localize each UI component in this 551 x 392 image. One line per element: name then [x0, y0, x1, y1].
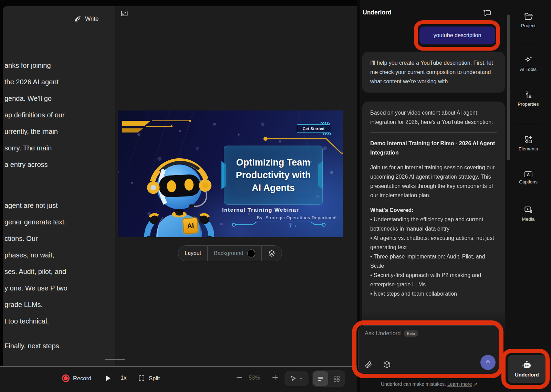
attach-file-button[interactable]: [365, 361, 373, 369]
shapes-icon: [508, 135, 549, 144]
circuit-line: [232, 222, 325, 227]
split-label: Split: [149, 375, 160, 382]
grid-view-icon: [333, 375, 340, 382]
play-button[interactable]: [105, 375, 111, 382]
background-color-swatch[interactable]: [247, 250, 255, 257]
sparkle-icon: [508, 55, 549, 65]
slide-title-line: Optimizing Team: [236, 156, 311, 169]
slide-subtitle: Internal Training Webinar: [222, 207, 299, 213]
transcript-line[interactable]: the 2026 AI agent: [3, 74, 115, 90]
assistant-message: Based on your video content about AI age…: [362, 102, 505, 347]
transcript-line[interactable]: t too technical.: [3, 313, 115, 329]
zoom-level: 53%: [249, 374, 260, 381]
background-label: Background: [214, 250, 243, 256]
sidebar-item-elements[interactable]: Elements: [508, 135, 549, 151]
pointer-icon: [290, 375, 297, 382]
zoom-out-button[interactable]: [236, 374, 242, 381]
description-title: Demo Internal Training for Rimo - 2026 A…: [370, 139, 497, 157]
transcript-line[interactable]: ses. Audit, pilot, and: [3, 263, 115, 280]
new-chat-icon: [483, 9, 492, 18]
disclaimer: Underlord can make mistakes. Learn more …: [360, 381, 498, 387]
plus-icon: [272, 374, 278, 381]
transcript-line[interactable]: sorry. The main: [3, 140, 115, 156]
transcript-line[interactable]: ctions. Our: [3, 230, 115, 247]
covered-bullet: • Next steps and team collaboration: [370, 289, 497, 298]
script-editor-pane: Write anks for joining the 2026 AI agent…: [3, 6, 115, 366]
play-icon: [105, 375, 111, 382]
split-icon: [138, 374, 145, 382]
transcript-line[interactable]: genda. We'll go: [3, 90, 115, 107]
send-button[interactable]: [480, 355, 496, 370]
captions-icon: A: [508, 170, 549, 177]
view-toggle: [312, 370, 345, 387]
user-message-chip[interactable]: youtube description: [419, 27, 495, 44]
chevron-down-icon: [299, 377, 303, 381]
transcript-line[interactable]: y one. We use P two: [3, 280, 115, 296]
message-divider: [370, 133, 497, 133]
covered-heading: What's Covered:: [370, 205, 497, 215]
write-button[interactable]: Write: [71, 13, 101, 25]
record-icon: [62, 374, 70, 382]
sliders-icon: [508, 90, 549, 99]
sidebar-item-underlord[interactable]: Underlord: [508, 355, 546, 383]
sidebar-item-media[interactable]: Media: [508, 205, 549, 222]
layout-label: Layout: [185, 250, 201, 256]
disclaimer-text: Underlord can make mistakes.: [381, 381, 446, 387]
layers-icon: [268, 250, 276, 257]
new-chat-button[interactable]: [482, 8, 492, 18]
minus-icon: [236, 374, 242, 381]
video-preview[interactable]: AI Get Started Optimizing Team Productiv…: [118, 110, 343, 237]
tools-button[interactable]: [383, 361, 391, 369]
underlord-panel-title: Underlord: [363, 9, 392, 16]
transcript-line[interactable]: phases, no wait,: [3, 247, 115, 263]
background-button[interactable]: Background: [207, 246, 261, 261]
input-placeholder: Ask Underlord: [365, 330, 401, 337]
assistant-message: I'll help you create a YouTube descripti…: [362, 52, 505, 93]
split-button[interactable]: Split: [138, 374, 160, 382]
transcript-text[interactable]: anks for joining the 2026 AI agent genda…: [3, 57, 115, 354]
app-window: Write anks for joining the 2026 AI agent…: [0, 0, 551, 392]
grid-view-button[interactable]: [329, 371, 344, 386]
sidebar-item-ai-tools[interactable]: AI Tools: [508, 55, 549, 72]
pointer-tool-dropdown[interactable]: [284, 371, 309, 386]
zoom-in-button[interactable]: [272, 374, 278, 381]
slide-title-line: Productivity with: [236, 169, 311, 182]
robot-illustration: [134, 145, 225, 237]
record-button[interactable]: Record: [62, 374, 91, 382]
ask-underlord-input[interactable]: Ask Underlord Beta: [358, 325, 500, 373]
quill-icon: [74, 15, 82, 23]
sidebar-divider: [514, 124, 542, 124]
transcript-line-with-cursor[interactable]: urrently, themain: [3, 123, 115, 140]
transcript-line[interactable]: anks for joining: [3, 57, 115, 74]
sidebar-item-captions[interactable]: A Captions: [508, 170, 549, 184]
transcript-line[interactable]: grade LLMs.: [3, 296, 115, 313]
slide-title-panel: Optimizing Team Productivity with AI Age…: [224, 146, 323, 205]
write-label: Write: [85, 15, 98, 22]
script-view-icon: [317, 375, 324, 382]
sidebar-item-project[interactable]: Project: [508, 12, 549, 28]
speed-label: 1x: [121, 374, 126, 381]
transcript-line[interactable]: agent are not just: [3, 197, 115, 214]
transcript-line[interactable]: Finally, next steps.: [3, 338, 115, 354]
script-view-button[interactable]: [313, 371, 328, 386]
covered-bullet: • Security-first approach with P2 maskin…: [370, 271, 497, 289]
playback-speed-button[interactable]: 1x: [121, 374, 126, 381]
layers-button[interactable]: [261, 246, 282, 261]
fit-to-screen-button[interactable]: [119, 9, 129, 18]
layout-button[interactable]: Layout: [178, 246, 207, 261]
beta-badge: Beta: [404, 330, 418, 337]
learn-more-link[interactable]: Learn more: [447, 381, 472, 387]
covered-bullet: • Three-phase implementation: Audit, Pil…: [370, 252, 497, 271]
preview-toolbar: Layout Background: [178, 245, 282, 261]
text-cursor: [42, 127, 42, 135]
cyan-dash-decoration: [321, 122, 330, 124]
covered-bullet: • AI agents vs. chatbots: executing acti…: [370, 233, 497, 252]
panel-resize-handle[interactable]: [105, 359, 125, 360]
sidebar-item-properties[interactable]: Properties: [508, 90, 549, 107]
transcript-line[interactable]: ap definitions of our: [3, 107, 115, 123]
description-body: Join us for an internal training session…: [370, 163, 497, 200]
transcript-line[interactable]: a entry across: [3, 156, 115, 173]
slide-byline: By: Strategic Operations Department: [257, 215, 337, 220]
transcript-line[interactable]: gener generate text.: [3, 214, 115, 230]
covered-bullet: • Understanding the efficiency gap and c…: [370, 215, 497, 233]
